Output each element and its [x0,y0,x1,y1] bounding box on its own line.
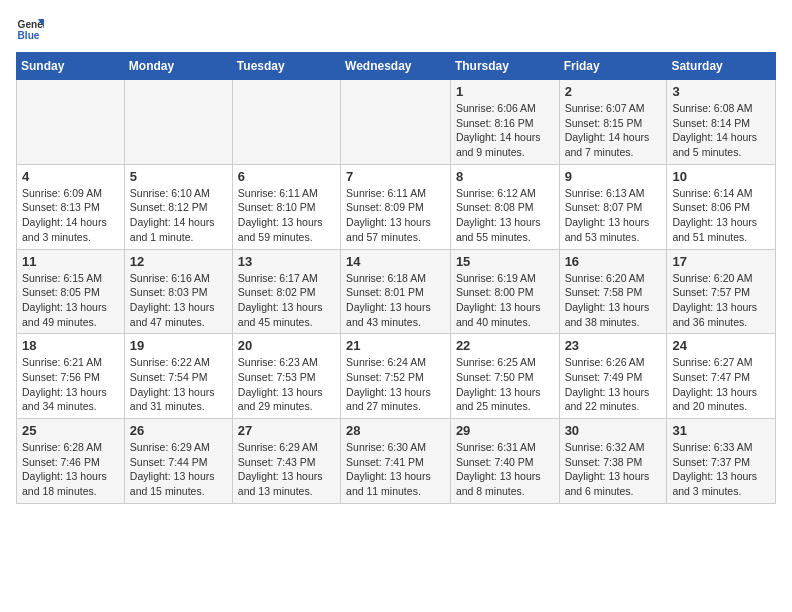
day-number: 21 [346,338,445,353]
calendar-cell: 14Sunrise: 6:18 AM Sunset: 8:01 PM Dayli… [341,249,451,334]
weekday-row: SundayMondayTuesdayWednesdayThursdayFrid… [17,53,776,80]
calendar-cell: 27Sunrise: 6:29 AM Sunset: 7:43 PM Dayli… [232,419,340,504]
day-info: Sunrise: 6:14 AM Sunset: 8:06 PM Dayligh… [672,186,770,245]
day-number: 8 [456,169,554,184]
calendar-cell: 2Sunrise: 6:07 AM Sunset: 8:15 PM Daylig… [559,80,667,165]
calendar-header: SundayMondayTuesdayWednesdayThursdayFrid… [17,53,776,80]
day-number: 2 [565,84,662,99]
day-info: Sunrise: 6:06 AM Sunset: 8:16 PM Dayligh… [456,101,554,160]
calendar-cell: 29Sunrise: 6:31 AM Sunset: 7:40 PM Dayli… [450,419,559,504]
day-info: Sunrise: 6:21 AM Sunset: 7:56 PM Dayligh… [22,355,119,414]
day-info: Sunrise: 6:20 AM Sunset: 7:57 PM Dayligh… [672,271,770,330]
calendar-cell: 15Sunrise: 6:19 AM Sunset: 8:00 PM Dayli… [450,249,559,334]
day-number: 3 [672,84,770,99]
weekday-header: Saturday [667,53,776,80]
calendar-cell: 21Sunrise: 6:24 AM Sunset: 7:52 PM Dayli… [341,334,451,419]
calendar-cell: 19Sunrise: 6:22 AM Sunset: 7:54 PM Dayli… [124,334,232,419]
day-number: 31 [672,423,770,438]
day-number: 17 [672,254,770,269]
calendar-cell: 12Sunrise: 6:16 AM Sunset: 8:03 PM Dayli… [124,249,232,334]
day-number: 26 [130,423,227,438]
day-info: Sunrise: 6:29 AM Sunset: 7:43 PM Dayligh… [238,440,335,499]
day-number: 28 [346,423,445,438]
weekday-header: Sunday [17,53,125,80]
day-info: Sunrise: 6:31 AM Sunset: 7:40 PM Dayligh… [456,440,554,499]
day-number: 6 [238,169,335,184]
day-info: Sunrise: 6:08 AM Sunset: 8:14 PM Dayligh… [672,101,770,160]
day-number: 30 [565,423,662,438]
calendar-week-row: 1Sunrise: 6:06 AM Sunset: 8:16 PM Daylig… [17,80,776,165]
calendar-cell: 18Sunrise: 6:21 AM Sunset: 7:56 PM Dayli… [17,334,125,419]
day-number: 16 [565,254,662,269]
calendar-week-row: 4Sunrise: 6:09 AM Sunset: 8:13 PM Daylig… [17,164,776,249]
calendar-cell: 16Sunrise: 6:20 AM Sunset: 7:58 PM Dayli… [559,249,667,334]
weekday-header: Tuesday [232,53,340,80]
day-info: Sunrise: 6:27 AM Sunset: 7:47 PM Dayligh… [672,355,770,414]
calendar-week-row: 18Sunrise: 6:21 AM Sunset: 7:56 PM Dayli… [17,334,776,419]
page-header: General Blue [16,16,776,44]
day-number: 23 [565,338,662,353]
day-number: 22 [456,338,554,353]
calendar-cell: 24Sunrise: 6:27 AM Sunset: 7:47 PM Dayli… [667,334,776,419]
day-info: Sunrise: 6:26 AM Sunset: 7:49 PM Dayligh… [565,355,662,414]
calendar-cell: 6Sunrise: 6:11 AM Sunset: 8:10 PM Daylig… [232,164,340,249]
day-info: Sunrise: 6:28 AM Sunset: 7:46 PM Dayligh… [22,440,119,499]
calendar-cell [17,80,125,165]
day-number: 5 [130,169,227,184]
calendar-cell: 11Sunrise: 6:15 AM Sunset: 8:05 PM Dayli… [17,249,125,334]
day-info: Sunrise: 6:22 AM Sunset: 7:54 PM Dayligh… [130,355,227,414]
day-number: 12 [130,254,227,269]
svg-text:Blue: Blue [18,30,40,41]
calendar-cell: 5Sunrise: 6:10 AM Sunset: 8:12 PM Daylig… [124,164,232,249]
day-info: Sunrise: 6:16 AM Sunset: 8:03 PM Dayligh… [130,271,227,330]
day-number: 1 [456,84,554,99]
weekday-header: Thursday [450,53,559,80]
calendar-cell: 22Sunrise: 6:25 AM Sunset: 7:50 PM Dayli… [450,334,559,419]
calendar-cell: 26Sunrise: 6:29 AM Sunset: 7:44 PM Dayli… [124,419,232,504]
day-info: Sunrise: 6:15 AM Sunset: 8:05 PM Dayligh… [22,271,119,330]
weekday-header: Friday [559,53,667,80]
calendar-week-row: 25Sunrise: 6:28 AM Sunset: 7:46 PM Dayli… [17,419,776,504]
calendar-cell: 10Sunrise: 6:14 AM Sunset: 8:06 PM Dayli… [667,164,776,249]
calendar-cell: 17Sunrise: 6:20 AM Sunset: 7:57 PM Dayli… [667,249,776,334]
calendar-cell: 25Sunrise: 6:28 AM Sunset: 7:46 PM Dayli… [17,419,125,504]
calendar-table: SundayMondayTuesdayWednesdayThursdayFrid… [16,52,776,504]
calendar-cell: 8Sunrise: 6:12 AM Sunset: 8:08 PM Daylig… [450,164,559,249]
day-number: 10 [672,169,770,184]
day-number: 4 [22,169,119,184]
day-info: Sunrise: 6:33 AM Sunset: 7:37 PM Dayligh… [672,440,770,499]
logo-icon: General Blue [16,16,44,44]
calendar-cell: 23Sunrise: 6:26 AM Sunset: 7:49 PM Dayli… [559,334,667,419]
day-info: Sunrise: 6:24 AM Sunset: 7:52 PM Dayligh… [346,355,445,414]
day-info: Sunrise: 6:11 AM Sunset: 8:10 PM Dayligh… [238,186,335,245]
weekday-header: Wednesday [341,53,451,80]
calendar-cell: 31Sunrise: 6:33 AM Sunset: 7:37 PM Dayli… [667,419,776,504]
day-number: 13 [238,254,335,269]
day-number: 20 [238,338,335,353]
calendar-cell [124,80,232,165]
day-info: Sunrise: 6:20 AM Sunset: 7:58 PM Dayligh… [565,271,662,330]
day-info: Sunrise: 6:13 AM Sunset: 8:07 PM Dayligh… [565,186,662,245]
day-number: 29 [456,423,554,438]
calendar-cell: 20Sunrise: 6:23 AM Sunset: 7:53 PM Dayli… [232,334,340,419]
day-info: Sunrise: 6:17 AM Sunset: 8:02 PM Dayligh… [238,271,335,330]
logo: General Blue [16,16,48,44]
day-number: 9 [565,169,662,184]
day-info: Sunrise: 6:07 AM Sunset: 8:15 PM Dayligh… [565,101,662,160]
day-number: 18 [22,338,119,353]
day-number: 27 [238,423,335,438]
day-info: Sunrise: 6:23 AM Sunset: 7:53 PM Dayligh… [238,355,335,414]
day-info: Sunrise: 6:19 AM Sunset: 8:00 PM Dayligh… [456,271,554,330]
day-number: 24 [672,338,770,353]
day-number: 25 [22,423,119,438]
day-info: Sunrise: 6:11 AM Sunset: 8:09 PM Dayligh… [346,186,445,245]
day-number: 11 [22,254,119,269]
day-info: Sunrise: 6:25 AM Sunset: 7:50 PM Dayligh… [456,355,554,414]
calendar-cell: 9Sunrise: 6:13 AM Sunset: 8:07 PM Daylig… [559,164,667,249]
day-info: Sunrise: 6:09 AM Sunset: 8:13 PM Dayligh… [22,186,119,245]
day-number: 15 [456,254,554,269]
day-info: Sunrise: 6:29 AM Sunset: 7:44 PM Dayligh… [130,440,227,499]
day-info: Sunrise: 6:32 AM Sunset: 7:38 PM Dayligh… [565,440,662,499]
calendar-cell [341,80,451,165]
calendar-cell [232,80,340,165]
